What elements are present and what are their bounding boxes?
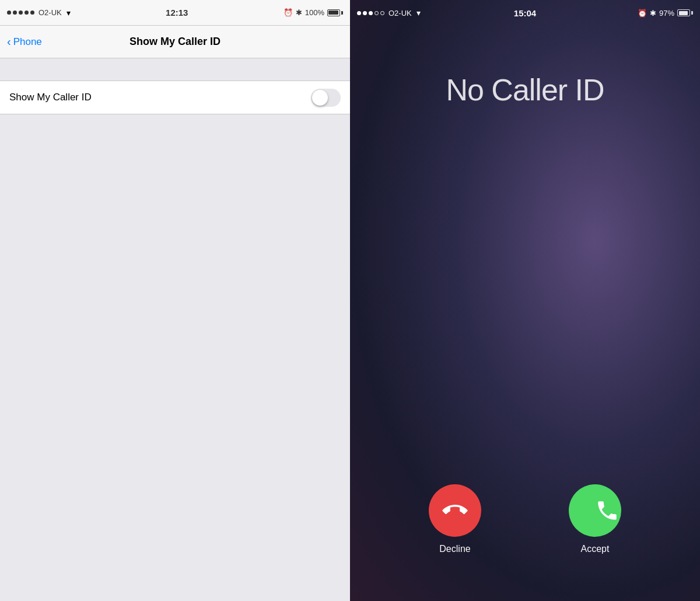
signal-filled-3 [369, 11, 373, 15]
decline-button-wrapper: Decline [429, 484, 481, 554]
time-right: 15:04 [514, 8, 536, 18]
status-bar-left: O2-UK ▾ 12:13 ⏰ ✱ 100% [0, 0, 350, 26]
signal-dot-3 [19, 11, 23, 15]
signal-empty-1 [374, 11, 379, 15]
section-separator-top [0, 58, 350, 81]
signal-dot-1 [7, 11, 11, 15]
left-panel: O2-UK ▾ 12:13 ⏰ ✱ 100% ‹ Phone Show My C… [0, 0, 350, 601]
accept-phone-icon [570, 498, 595, 523]
nav-bar-left: ‹ Phone Show My Caller ID [0, 26, 350, 58]
signal-filled-1 [357, 11, 361, 15]
caller-id-toggle[interactable] [311, 89, 341, 107]
signal-dot-2 [13, 11, 17, 15]
wifi-icon-right: ▾ [416, 8, 421, 18]
alarm-icon-left: ⏰ [284, 8, 293, 17]
accept-button[interactable] [569, 484, 621, 537]
battery-icon-right [677, 9, 693, 16]
caller-id-cell: Show My Caller ID [0, 81, 350, 114]
carrier-left: O2-UK [38, 8, 62, 17]
signal-area-right: O2-UK ▾ [357, 8, 421, 18]
back-label: Phone [13, 36, 42, 48]
decline-phone-icon [438, 493, 472, 527]
no-caller-id-text: No Caller ID [446, 72, 604, 107]
decline-button[interactable] [429, 484, 481, 537]
call-buttons-area: Decline Accept [350, 484, 700, 601]
right-panel: O2-UK ▾ 15:04 ⏰ ✱ 97% No Caller ID Decli… [350, 0, 700, 601]
caller-id-label: Show My Caller ID [9, 92, 92, 103]
battery-icon-left [327, 9, 343, 16]
toggle-knob [312, 90, 328, 106]
bluetooth-icon-right: ✱ [650, 9, 656, 18]
caller-id-container: No Caller ID [350, 26, 700, 484]
status-right-left: ⏰ ✱ 100% [284, 8, 343, 17]
signal-empty-2 [380, 11, 384, 15]
time-left: 12:13 [166, 8, 188, 18]
nav-title: Show My Caller ID [130, 36, 220, 48]
accept-button-wrapper: Accept [569, 484, 621, 554]
battery-percent-right: 97% [659, 9, 674, 18]
status-bar-right: O2-UK ▾ 15:04 ⏰ ✱ 97% [350, 0, 700, 26]
decline-label: Decline [439, 544, 470, 554]
bluetooth-icon-left: ✱ [296, 8, 302, 17]
back-button[interactable]: ‹ Phone [7, 36, 42, 48]
signal-area-left: O2-UK ▾ [7, 8, 71, 18]
signal-dot-4 [24, 11, 29, 15]
back-chevron-icon: ‹ [7, 36, 11, 47]
accept-phone-svg [595, 498, 620, 523]
accept-label: Accept [581, 544, 610, 554]
alarm-icon-right: ⏰ [638, 9, 647, 18]
signal-dot-5 [30, 11, 34, 15]
settings-section: Show My Caller ID [0, 81, 350, 114]
wifi-icon-left: ▾ [66, 8, 71, 18]
status-right-right: ⏰ ✱ 97% [638, 9, 693, 18]
battery-percent-left: 100% [305, 8, 324, 17]
signal-filled-2 [363, 11, 367, 15]
content-area-left [0, 114, 350, 601]
carrier-right: O2-UK [388, 9, 412, 18]
